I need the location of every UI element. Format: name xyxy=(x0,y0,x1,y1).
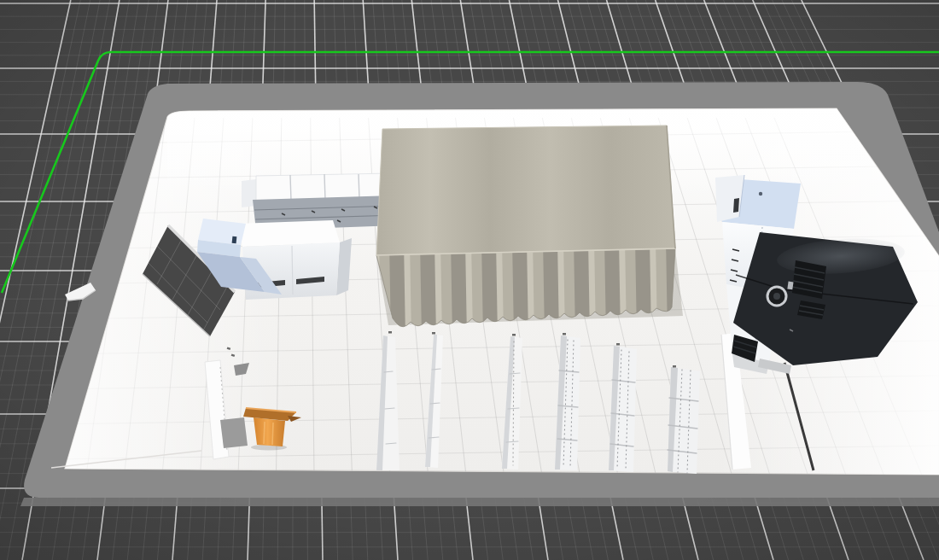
fridge-handle xyxy=(733,198,739,213)
shelf-row xyxy=(668,367,700,474)
cargo-container[interactable] xyxy=(376,125,683,327)
cabinet-port xyxy=(232,236,237,243)
3d-viewport[interactable] xyxy=(0,0,939,560)
container-top xyxy=(376,125,675,255)
